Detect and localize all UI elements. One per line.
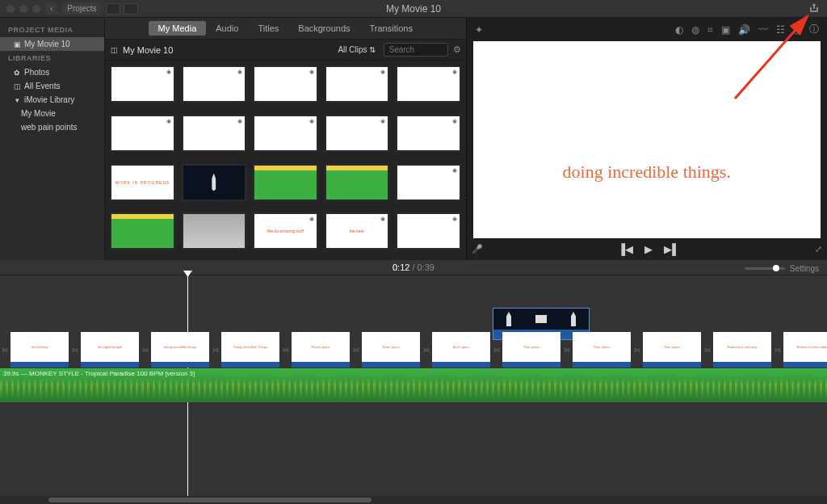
timeline-clip[interactable]: Doing Incredible Things bbox=[221, 332, 279, 368]
traffic-lights[interactable] bbox=[6, 5, 40, 13]
browser-location[interactable]: My Movie 10 bbox=[123, 45, 173, 55]
media-thumb[interactable]: ◉ bbox=[182, 65, 247, 103]
media-thumb[interactable]: ◉ bbox=[325, 65, 390, 103]
sidebar-item-label: Photos bbox=[24, 68, 49, 77]
media-thumb[interactable] bbox=[110, 212, 175, 250]
transition-icon[interactable]: ⋈ bbox=[703, 332, 712, 368]
sidebar-item-photos[interactable]: ✿Photos bbox=[0, 65, 104, 79]
timeline-clip[interactable]: the digital people bbox=[81, 332, 139, 368]
sidebar-item-allevents[interactable]: ◫All Events bbox=[0, 79, 104, 93]
media-thumb[interactable]: ◉ bbox=[253, 115, 318, 152]
rocket-icon bbox=[209, 174, 219, 191]
preview-canvas[interactable]: doing incredible things. bbox=[473, 41, 821, 238]
timeline-clip[interactable]: Own specs bbox=[573, 332, 631, 368]
fullscreen-icon[interactable]: ⤢ bbox=[815, 244, 822, 254]
play-button[interactable]: ▶ bbox=[644, 243, 653, 255]
magic-wand-icon[interactable]: ✦ bbox=[475, 24, 483, 36]
media-thumb[interactable] bbox=[182, 212, 247, 250]
media-thumb[interactable]: ◉ bbox=[253, 65, 318, 103]
timeline-clip[interactable]: Each specs bbox=[432, 332, 490, 368]
tab-backgrounds[interactable]: Backgrounds bbox=[288, 21, 359, 36]
sidebar-item-label: web pain points bbox=[21, 123, 78, 132]
transition-icon[interactable]: ⋈ bbox=[773, 332, 782, 368]
video-track[interactable]: ⋈the birthday⋈the digital people⋈doing i… bbox=[0, 332, 827, 368]
media-thumb[interactable] bbox=[325, 164, 390, 201]
volume-icon[interactable]: 🔊 bbox=[738, 24, 750, 36]
sidebar-item-webpain[interactable]: web pain points bbox=[0, 120, 104, 134]
transition-icon[interactable]: ⋈ bbox=[0, 332, 9, 368]
media-thumb[interactable]: ◉ bbox=[110, 115, 175, 152]
noise-icon[interactable]: 〰 bbox=[758, 24, 768, 36]
media-thumb[interactable]: ◉ bbox=[396, 65, 461, 103]
sidebar-item-project[interactable]: ▣My Movie 10 bbox=[0, 37, 104, 51]
transition-icon[interactable]: ⋈ bbox=[281, 332, 290, 368]
gear-icon[interactable]: ⚙ bbox=[453, 44, 461, 55]
timeline-tracks-area[interactable]: ⋈the birthday⋈the digital people⋈doing i… bbox=[0, 275, 827, 496]
transition-icon[interactable]: ⋈ bbox=[351, 332, 360, 368]
color-balance-icon[interactable]: ◐ bbox=[675, 24, 683, 36]
share-button[interactable] bbox=[808, 2, 821, 15]
settings-button[interactable]: Settings bbox=[790, 264, 819, 273]
prev-button[interactable]: ▐◀ bbox=[618, 243, 633, 255]
media-thumb-rocket[interactable] bbox=[182, 164, 247, 201]
media-thumb[interactable]: ◉ bbox=[396, 164, 461, 201]
zoom-slider[interactable] bbox=[745, 267, 785, 270]
timeline-clip[interactable]: doing incredible things bbox=[151, 332, 209, 368]
color-correct-icon[interactable]: ◍ bbox=[691, 24, 699, 36]
sidebar-header-project: PROJECT MEDIA bbox=[0, 23, 104, 37]
media-browser: My Media Audio Titles Backgrounds Transi… bbox=[105, 18, 466, 260]
tab-transitions[interactable]: Transitions bbox=[360, 21, 422, 36]
info-icon[interactable]: ⓘ bbox=[809, 23, 819, 36]
timeline-clip[interactable]: Embrace a new today bbox=[783, 332, 827, 368]
media-thumb[interactable]: ◉ bbox=[110, 65, 175, 103]
projects-nav[interactable]: Projects bbox=[62, 2, 101, 15]
sidebar-header-libraries: LIBRARIES bbox=[0, 51, 104, 65]
speed-icon[interactable]: ◔ bbox=[793, 24, 801, 36]
import-icon[interactable] bbox=[106, 3, 120, 15]
audio-clip-label: 39.9s — MONKEY STYLE - Tropical Paradise… bbox=[3, 370, 195, 377]
timeline-timecode: 0:12 / 0:39 bbox=[0, 260, 827, 275]
sidebar-item-mymovie[interactable]: My Movie bbox=[0, 107, 104, 120]
timeline-clip[interactable]: Own specs bbox=[502, 332, 560, 368]
tab-audio[interactable]: Audio bbox=[206, 21, 248, 36]
media-thumb[interactable]: ◉the best bbox=[325, 212, 390, 250]
media-thumb[interactable]: ◉ bbox=[325, 115, 390, 152]
eq-icon[interactable]: ☷ bbox=[776, 24, 785, 36]
media-thumb[interactable]: ◉ bbox=[182, 115, 247, 152]
timeline: 0:12 / 0:39 Settings ⋈the birthday⋈the d… bbox=[0, 260, 827, 504]
timeline-clip[interactable]: Own specs bbox=[643, 332, 701, 368]
timeline-clip[interactable]: Finest specs bbox=[292, 332, 350, 368]
media-thumb[interactable] bbox=[253, 164, 318, 201]
playback-controls: 🎤 ▐◀ ▶ ▶▌ ⤢ bbox=[467, 238, 828, 260]
transition-icon[interactable]: ⋈ bbox=[632, 332, 641, 368]
media-thumb[interactable]: ◉ bbox=[396, 115, 461, 152]
media-thumb[interactable]: WORK IN PROGRESS bbox=[110, 164, 175, 201]
audio-track[interactable]: 39.9s — MONKEY STYLE - Tropical Paradise… bbox=[0, 368, 827, 402]
next-button[interactable]: ▶▌ bbox=[664, 243, 679, 255]
transition-icon[interactable]: ⋈ bbox=[211, 332, 220, 368]
thumbnail-grid: ◉ ◉ ◉ ◉ ◉ ◉ ◉ ◉ ◉ ◉ WORK IN PROGRESS ◉ ◉… bbox=[105, 61, 466, 260]
record-icon[interactable] bbox=[124, 3, 138, 15]
timeline-scrollbar[interactable] bbox=[0, 496, 827, 504]
browser-tabs: My Media Audio Titles Backgrounds Transi… bbox=[105, 18, 466, 40]
stabilize-icon[interactable]: ▣ bbox=[721, 24, 730, 36]
sidebar-item-label: All Events bbox=[24, 82, 60, 90]
clips-filter[interactable]: All Clips ⇅ bbox=[334, 44, 378, 56]
media-thumb[interactable]: ◉We do amazing stuff bbox=[253, 212, 318, 250]
sidebar-item-library[interactable]: ▾iMovie Library bbox=[0, 93, 104, 107]
transition-icon[interactable]: ⋈ bbox=[141, 332, 149, 368]
transition-icon[interactable]: ⋈ bbox=[70, 332, 79, 368]
back-button[interactable]: ‹ bbox=[45, 2, 57, 15]
media-thumb[interactable]: ◉ bbox=[396, 212, 461, 250]
timeline-clip[interactable]: Team specs bbox=[362, 332, 420, 368]
voiceover-icon[interactable]: 🎤 bbox=[472, 244, 483, 254]
tab-my-media[interactable]: My Media bbox=[149, 21, 207, 36]
crop-icon[interactable]: ⌗ bbox=[707, 24, 713, 36]
camera-icon: ◉ bbox=[166, 69, 171, 75]
search-input[interactable] bbox=[384, 43, 448, 57]
timeline-clip[interactable]: Embrace a new way bbox=[713, 332, 771, 368]
list-view-icon[interactable]: ◫ bbox=[110, 46, 118, 54]
tab-titles[interactable]: Titles bbox=[248, 21, 288, 36]
transition-icon[interactable]: ⋈ bbox=[422, 332, 430, 368]
timeline-clip[interactable]: the birthday bbox=[10, 332, 69, 368]
